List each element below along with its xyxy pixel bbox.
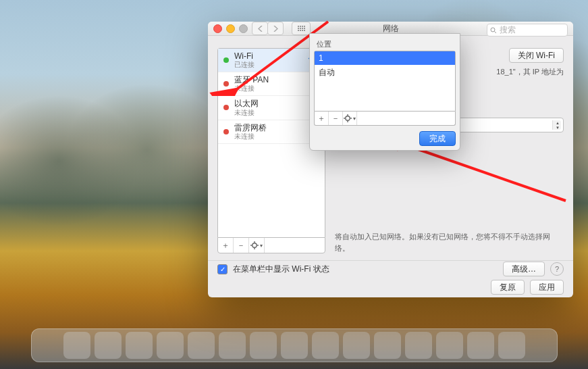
service-status: 已连接 (234, 61, 255, 68)
dock-item[interactable] (498, 332, 525, 359)
svg-line-1 (495, 31, 497, 33)
location-item-auto[interactable]: 自动 (315, 65, 455, 80)
revert-button[interactable]: 复原 (491, 280, 525, 295)
dock-item[interactable] (95, 332, 122, 359)
gear-icon (250, 241, 259, 249)
svg-point-8 (252, 243, 257, 247)
auto-join-label: 将自动加入已知网络。如果没有已知网络，您将不得不手动选择网络。 (335, 231, 564, 253)
help-button[interactable]: ? (550, 262, 564, 276)
remove-service-button[interactable]: － (234, 238, 249, 253)
dock-item[interactable] (467, 332, 494, 359)
services-footer: ＋ － (217, 237, 325, 253)
svg-point-0 (491, 28, 495, 32)
dock-item[interactable] (63, 332, 90, 359)
apply-button[interactable]: 应用 (530, 280, 564, 295)
location-footer: ＋ － (314, 112, 456, 126)
search-field[interactable]: 搜索 (487, 24, 568, 36)
service-name: 蓝牙 PAN (234, 76, 269, 84)
service-name: Wi-Fi (234, 52, 255, 61)
svg-point-13 (346, 116, 350, 120)
dock-item[interactable] (312, 332, 339, 359)
minimize-window-button[interactable] (226, 24, 235, 33)
dock-item[interactable] (157, 332, 184, 359)
content-area: Wi-Fi 已连接 蓝牙 PAN 未连接 (208, 36, 573, 260)
show-all-button[interactable] (292, 22, 311, 35)
dock-item[interactable] (219, 332, 246, 359)
add-service-button[interactable]: ＋ (218, 238, 234, 253)
back-button[interactable] (252, 22, 268, 35)
forward-button[interactable] (267, 22, 284, 35)
zoom-window-button[interactable] (239, 24, 248, 33)
add-location-button[interactable]: ＋ (315, 112, 329, 125)
dock-item[interactable] (126, 332, 153, 359)
location-done-button[interactable]: 完成 (419, 131, 456, 146)
turn-wifi-off-button[interactable]: 关闭 Wi-Fi (509, 48, 564, 63)
search-icon (490, 27, 497, 34)
bottom-bar: 在菜单栏中显示 Wi-Fi 状态 高级… ? (208, 260, 573, 278)
service-status: 未连接 (234, 109, 259, 116)
search-placeholder: 搜索 (500, 24, 516, 36)
location-label: 位置 (314, 38, 456, 51)
status-dot-disconnected (223, 105, 229, 110)
show-wifi-status-label: 在菜单栏中显示 Wi-Fi 状态 (233, 264, 329, 275)
location-new-item[interactable]: 1 (315, 51, 455, 65)
location-actions-button[interactable] (343, 112, 357, 125)
location-list: 1 自动 (314, 51, 456, 112)
dock[interactable] (31, 328, 558, 362)
service-status: 未连接 (234, 84, 269, 92)
dock-item[interactable] (436, 332, 463, 359)
show-wifi-status-checkbox[interactable] (217, 264, 228, 274)
dock-item[interactable] (343, 332, 370, 359)
window-footer: 复原 应用 (208, 278, 573, 297)
dock-item[interactable] (281, 332, 308, 359)
status-dot-disconnected (223, 129, 229, 134)
advanced-button[interactable]: 高级… (503, 262, 545, 276)
status-dot-disconnected (223, 81, 229, 87)
dock-item[interactable] (374, 332, 401, 359)
status-dot-connected (223, 57, 229, 63)
service-actions-button[interactable] (249, 238, 265, 253)
location-editor-sheet: 位置 1 自动 ＋ － 完成 (309, 33, 460, 151)
dock-item[interactable] (250, 332, 277, 359)
gear-icon (344, 114, 352, 122)
remove-location-button[interactable]: － (329, 112, 343, 125)
service-name: 雷雳网桥 (234, 124, 267, 132)
network-preferences-window: 网络 搜索 Wi-Fi 已连接 (208, 22, 573, 297)
service-status: 未连接 (234, 132, 267, 140)
dock-item[interactable] (405, 332, 432, 359)
dock-item[interactable] (188, 332, 215, 359)
close-window-button[interactable] (213, 24, 222, 33)
window-title: 网络 (383, 23, 399, 34)
service-name: 以太网 (234, 99, 259, 108)
